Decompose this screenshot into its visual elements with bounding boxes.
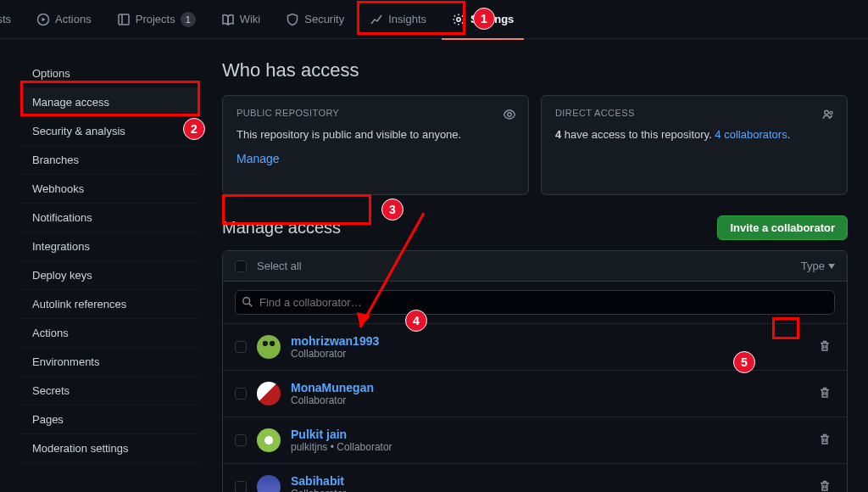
svg-point-4: [508, 113, 511, 116]
sidebar-item-label: Deploy keys: [32, 269, 92, 282]
access-cards: PUBLIC REPOSITORY This repository is pub…: [222, 95, 848, 195]
eye-icon: [503, 108, 516, 124]
tab-security[interactable]: Security: [275, 6, 354, 40]
sidebar-item-label: Manage access: [32, 96, 109, 109]
page-title: Who has access: [222, 59, 848, 81]
tab-wiki[interactable]: Wiki: [211, 6, 271, 40]
projects-count: 1: [181, 12, 196, 27]
sidebar-item-label: Security & analysis: [32, 125, 125, 137]
tab-label: Wiki: [240, 13, 261, 25]
sidebar-item-pages[interactable]: Pages: [20, 405, 202, 434]
collab-text: Sabihabit Collaborator: [291, 474, 346, 492]
type-filter[interactable]: Type: [801, 260, 835, 272]
public-repo-card: PUBLIC REPOSITORY This repository is pub…: [222, 95, 529, 195]
remove-collaborator-button[interactable]: [815, 429, 835, 452]
sidebar-item-webhooks[interactable]: Webhooks: [20, 175, 202, 204]
sidebar-item-label: Webhooks: [32, 182, 84, 195]
sidebar-item-deploy-keys[interactable]: Deploy keys: [20, 261, 202, 290]
section-title: Manage access: [222, 218, 341, 238]
caret-down-icon: [828, 264, 835, 269]
manage-link[interactable]: Manage: [236, 152, 280, 165]
shield-icon: [286, 13, 299, 26]
project-icon: [117, 13, 131, 26]
sidebar-item-secrets[interactable]: Secrets: [20, 377, 202, 405]
sidebar-item-label: Pages: [32, 413, 64, 426]
row-checkbox[interactable]: [235, 434, 247, 446]
tab-label: Insights: [388, 13, 426, 25]
card-title: PUBLIC REPOSITORY: [236, 108, 515, 118]
collaborator-role: pulkitjns • Collaborator: [291, 441, 392, 453]
collaborator-name[interactable]: Sabihabit: [291, 474, 346, 488]
tab-actions[interactable]: Actions: [26, 6, 102, 40]
collaborator-name[interactable]: mohrizwan1993: [291, 334, 379, 348]
sidebar-item-actions[interactable]: Actions: [20, 319, 202, 348]
people-icon: [821, 108, 835, 124]
sidebar-item-security-analysis[interactable]: Security & analysis: [20, 117, 202, 146]
book-icon: [221, 13, 235, 26]
card-title: DIRECT ACCESS: [555, 108, 833, 118]
svg-rect-1: [119, 14, 129, 25]
collaborators-link[interactable]: 4 collaborators: [715, 128, 787, 141]
remove-collaborator-button[interactable]: [815, 383, 835, 405]
collab-text: mohrizwan1993 Collaborator: [291, 334, 379, 360]
collab-text: Pulkit jain pulkitjns • Collaborator: [291, 428, 392, 453]
svg-point-7: [243, 298, 250, 305]
svg-point-5: [825, 110, 829, 115]
avatar: [257, 382, 281, 405]
tab-insights[interactable]: Insights: [359, 6, 437, 40]
sidebar-item-branches[interactable]: Branches: [20, 146, 202, 175]
sidebar-item-manage-access[interactable]: Manage access: [20, 88, 202, 117]
sidebar-item-label: Notifications: [32, 211, 92, 224]
sidebar-item-label: Actions: [32, 327, 69, 339]
main-content: Who has access PUBLIC REPOSITORY This re…: [222, 59, 848, 492]
collaborator-role: Collaborator: [291, 488, 346, 492]
svg-point-3: [457, 17, 460, 20]
svg-point-6: [830, 111, 832, 114]
invite-collaborator-button[interactable]: Invite a collaborator: [717, 215, 848, 240]
avatar: [257, 475, 281, 492]
remove-collaborator-button[interactable]: [815, 476, 835, 493]
row-checkbox[interactable]: [235, 341, 247, 353]
manage-header-row: Manage access Invite a collaborator: [222, 215, 848, 240]
sidebar-item-integrations[interactable]: Integrations: [20, 232, 202, 261]
layout: Options Manage access Security & analysi…: [0, 39, 868, 492]
collaborator-name[interactable]: MonaMunegan: [291, 381, 374, 394]
collaborators-panel: Select all Type: [222, 250, 848, 492]
tab-label: Projects: [136, 13, 175, 25]
settings-sidebar: Options Manage access Security & analysi…: [20, 59, 202, 492]
tab-pull-requests[interactable]: uests: [0, 6, 21, 39]
sidebar-item-label: Options: [32, 67, 70, 80]
card-text: 4 have access to this repository. 4 coll…: [555, 126, 833, 143]
sidebar-item-label: Autolink references: [32, 298, 126, 310]
remove-collaborator-button[interactable]: [815, 336, 835, 359]
tab-projects[interactable]: Projects 1: [107, 5, 206, 41]
collaborator-row: Pulkit jain pulkitjns • Collaborator: [223, 417, 847, 464]
sidebar-item-options[interactable]: Options: [20, 59, 202, 88]
collaborator-row: Sabihabit Collaborator: [223, 464, 847, 492]
find-collaborator-input[interactable]: [235, 290, 835, 315]
sidebar-item-moderation[interactable]: Moderation settings: [20, 434, 202, 463]
select-all-checkbox[interactable]: [235, 260, 247, 272]
collaborator-row: mohrizwan1993 Collaborator: [223, 324, 847, 371]
collaborator-name[interactable]: Pulkit jain: [291, 428, 392, 441]
search-icon: [242, 296, 253, 310]
tab-settings[interactable]: Settings: [442, 6, 524, 40]
tab-label: uests: [0, 13, 11, 25]
sidebar-item-autolink[interactable]: Autolink references: [20, 290, 202, 319]
select-all-label: Select all: [257, 260, 302, 272]
tab-label: Actions: [55, 13, 92, 25]
direct-access-card: DIRECT ACCESS 4 have access to this repo…: [541, 95, 848, 195]
avatar: [257, 335, 281, 359]
search-row: [223, 282, 847, 324]
sidebar-item-notifications[interactable]: Notifications: [20, 204, 202, 232]
sidebar-item-label: Secrets: [32, 384, 70, 397]
row-checkbox[interactable]: [235, 481, 247, 492]
top-nav: uests Actions Projects 1 Wiki Security I…: [0, 0, 868, 39]
tab-label: Security: [304, 13, 344, 25]
collab-text: MonaMunegan Collaborator: [291, 381, 374, 406]
row-checkbox[interactable]: [235, 388, 247, 400]
collaborator-role: Collaborator: [291, 394, 374, 406]
sidebar-item-environments[interactable]: Environments: [20, 348, 202, 377]
avatar: [257, 428, 281, 452]
graph-icon: [370, 13, 383, 26]
